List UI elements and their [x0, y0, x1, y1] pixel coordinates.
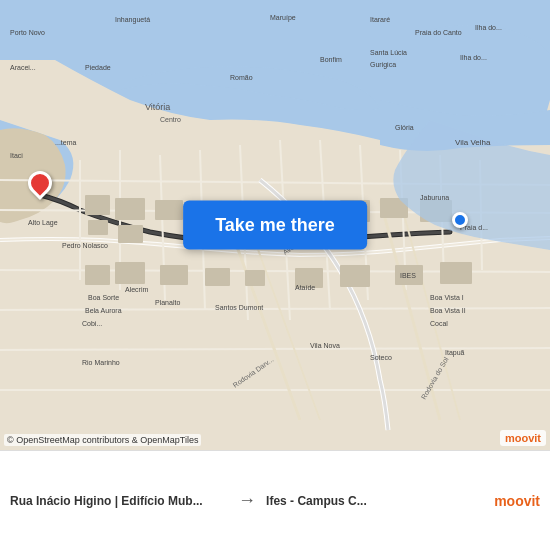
origin-marker [28, 171, 52, 195]
to-location-text: Ifes - Campus C... [266, 494, 476, 508]
svg-rect-24 [115, 198, 145, 220]
map-attribution: © OpenStreetMap contributors & OpenMapTi… [4, 434, 201, 446]
svg-text:Rio Marinho: Rio Marinho [82, 359, 120, 366]
svg-text:Boa Vista II: Boa Vista II [430, 307, 466, 314]
svg-text:Vila Nova: Vila Nova [310, 342, 340, 349]
svg-text:Romão: Romão [230, 74, 253, 81]
svg-rect-40 [440, 262, 472, 284]
svg-text:IBES: IBES [400, 272, 416, 279]
svg-text:Vila Velha: Vila Velha [455, 138, 491, 147]
svg-text:Aracei...: Aracei... [10, 64, 36, 71]
direction-arrow-icon: → [238, 490, 256, 511]
destination-marker [452, 212, 468, 228]
svg-rect-34 [160, 265, 188, 285]
svg-text:Glória: Glória [395, 124, 414, 131]
moovit-logo: moovit [494, 493, 540, 509]
app-container: Vitória Centro Alto Lage Pedro Nolasco B… [0, 0, 550, 550]
svg-text:Gurigica: Gurigica [370, 61, 396, 69]
svg-text:Praia do Canto: Praia do Canto [415, 29, 462, 36]
svg-rect-22 [85, 195, 110, 215]
svg-text:Bela Aurora: Bela Aurora [85, 307, 122, 314]
svg-text:Cobi...: Cobi... [82, 320, 102, 327]
svg-text:Porto Novo: Porto Novo [10, 29, 45, 36]
svg-text:...tema: ...tema [55, 139, 77, 146]
svg-text:Itapuã: Itapuã [445, 349, 465, 357]
from-info: Rua Inácio Higino | Edifício Mub... [10, 494, 228, 508]
svg-text:Inhanguetá: Inhanguetá [115, 16, 150, 24]
svg-text:Centro: Centro [160, 116, 181, 123]
svg-text:Jaburuna: Jaburuna [420, 194, 449, 201]
svg-text:Maruípe: Maruípe [270, 14, 296, 22]
svg-text:Santa Lúcia: Santa Lúcia [370, 49, 407, 56]
svg-text:Itararé: Itararé [370, 16, 390, 23]
svg-rect-26 [155, 200, 183, 220]
moovit-map-watermark: moovit [500, 430, 546, 446]
svg-rect-35 [205, 268, 230, 286]
svg-text:Vitória: Vitória [145, 102, 170, 112]
svg-text:Alecrim: Alecrim [125, 286, 149, 293]
take-me-there-button[interactable]: Take me there [183, 201, 367, 250]
svg-text:Boa Vista I: Boa Vista I [430, 294, 464, 301]
map-area: Vitória Centro Alto Lage Pedro Nolasco B… [0, 0, 550, 450]
svg-rect-25 [118, 225, 143, 243]
from-location-text: Rua Inácio Higino | Edifício Mub... [10, 494, 220, 508]
svg-rect-36 [245, 270, 265, 286]
origin-pin-shape [23, 166, 57, 200]
svg-text:Pedro Nolasco: Pedro Nolasco [62, 242, 108, 249]
svg-text:Piedade: Piedade [85, 64, 111, 71]
bottom-bar: Rua Inácio Higino | Edifício Mub... → If… [0, 450, 550, 550]
svg-text:Itaci: Itaci [10, 152, 23, 159]
svg-text:Boa Sorte: Boa Sorte [88, 294, 119, 301]
svg-text:Ataíde: Ataíde [295, 284, 315, 291]
svg-text:Santos Dumont: Santos Dumont [215, 304, 263, 311]
svg-rect-32 [85, 265, 110, 285]
svg-rect-23 [88, 220, 108, 235]
svg-text:Soteco: Soteco [370, 354, 392, 361]
svg-text:Planalto: Planalto [155, 299, 180, 306]
svg-rect-33 [115, 262, 145, 284]
svg-text:Alto Lage: Alto Lage [28, 219, 58, 227]
svg-text:Bonfim: Bonfim [320, 56, 342, 63]
svg-text:Cocal: Cocal [430, 320, 448, 327]
to-info: Ifes - Campus C... [266, 494, 484, 508]
svg-rect-38 [340, 265, 370, 287]
svg-text:Ilha do...: Ilha do... [475, 24, 502, 31]
svg-text:Ilha do...: Ilha do... [460, 54, 487, 61]
